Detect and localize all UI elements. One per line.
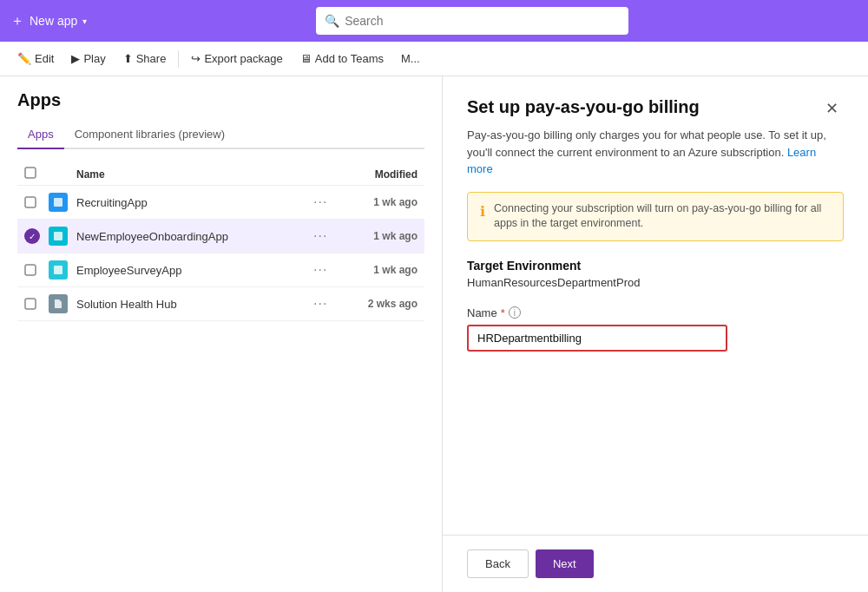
svg-rect-1 [25,197,36,207]
header-modified: Modified [348,168,418,181]
new-app-button[interactable]: ＋ New app ▾ [10,12,87,30]
row-modified-employee-survey: 1 wk ago [348,264,418,276]
row-checkbox-employee-survey[interactable] [24,264,49,276]
row-modified-solution-health: 2 wks ago [348,298,418,310]
svg-rect-6 [25,299,36,309]
new-app-label: New app [30,14,77,28]
close-button[interactable]: ✕ [820,97,844,120]
row-more-new-employee[interactable]: ··· [313,228,348,244]
row-checkbox-solution-health[interactable] [24,298,49,310]
row-modified-recruiting: 1 wk ago [348,196,418,208]
header-name: Name [76,168,313,181]
header-check [24,167,49,181]
row-name-employee-survey: EmployeeSurveyApp [76,264,313,277]
add-to-teams-button[interactable]: 🖥 Add to Teams [293,49,391,69]
row-more-employee-survey[interactable]: ··· [313,262,348,278]
target-env-value: HumanResourcesDepartmentProd [467,276,844,289]
panel-title: Set up pay-as-you-go billing [467,97,700,117]
back-button[interactable]: Back [467,549,529,578]
action-bar: ✏️ Edit ▶ Play ⬆ Share ↪ Export package … [0,42,868,76]
svg-rect-2 [54,198,62,207]
row-icon-recruiting [49,193,76,212]
svg-rect-0 [25,168,36,178]
required-indicator: * [501,306,505,319]
play-icon: ▶ [71,52,80,65]
share-icon: ⬆ [123,52,133,65]
row-modified-new-employee: 1 wk ago [348,230,418,242]
name-field-label: Name * i [467,306,844,319]
panel-footer: Back Next [443,535,868,592]
row-name-new-employee: NewEmployeeOnboardingApp [76,230,313,243]
export-button[interactable]: ↪ Export package [184,49,289,69]
right-panel: Set up pay-as-you-go billing ✕ Pay-as-yo… [443,76,868,592]
more-button[interactable]: M... [394,49,427,69]
panel-header: Set up pay-as-you-go billing ✕ [467,97,844,120]
next-button[interactable]: Next [536,549,594,578]
chevron-down-icon: ▾ [82,16,87,26]
tab-apps[interactable]: Apps [17,121,64,149]
table-row[interactable]: EmployeeSurveyApp ··· 1 wk ago [17,253,424,287]
target-environment-section: Target Environment HumanResourcesDepartm… [467,259,844,289]
main-content: Apps Apps Component libraries (preview) … [0,76,868,592]
search-bar: 🔍 [316,7,628,35]
share-button[interactable]: ⬆ Share [116,49,174,69]
svg-rect-3 [54,232,62,240]
edit-icon: ✏️ [17,52,31,65]
search-icon: 🔍 [325,14,339,28]
plus-icon: ＋ [10,12,24,30]
info-icon[interactable]: i [509,306,521,319]
row-icon-new-employee [49,227,76,246]
export-icon: ↪ [191,52,201,65]
apps-table: Name Modified RecruitingApp ··· 1 wk ago [17,163,424,321]
panel-description: Pay-as-you-go billing only charges you f… [467,127,844,178]
target-env-label: Target Environment [467,259,844,273]
separator [178,50,179,68]
top-bar: ＋ New app ▾ 🔍 [0,0,868,42]
row-more-solution-health[interactable]: ··· [313,296,348,312]
row-checkbox-new-employee[interactable]: ✓ [24,228,49,244]
check-circle: ✓ [24,228,40,244]
name-section: Name * i [467,306,844,352]
checkbox-icon [24,167,36,179]
table-header: Name Modified [17,163,424,186]
row-name-solution-health: Solution Health Hub [76,298,313,311]
tabs: Apps Component libraries (preview) [17,121,424,149]
play-button[interactable]: ▶ Play [64,49,112,69]
page-title: Apps [17,90,424,110]
row-name-recruiting: RecruitingApp [76,196,313,209]
search-input[interactable] [345,14,620,28]
row-icon-employee-survey [49,260,76,280]
warning-text: Connecting your subscription will turn o… [494,201,831,232]
row-icon-solution-health [49,294,76,313]
tab-component-libraries[interactable]: Component libraries (preview) [64,121,235,149]
table-row[interactable]: RecruitingApp ··· 1 wk ago [17,186,424,220]
warning-icon: ℹ [480,202,485,221]
svg-rect-4 [25,265,36,275]
teams-icon: 🖥 [300,52,312,65]
warning-box: ℹ Connecting your subscription will turn… [467,192,844,241]
svg-rect-5 [54,266,62,274]
table-row[interactable]: ✓ NewEmployeeOnboardingApp ··· 1 wk ago [17,220,424,253]
row-more-recruiting[interactable]: ··· [313,194,348,210]
row-checkbox-recruiting[interactable] [24,196,49,208]
name-input[interactable] [467,325,727,352]
edit-button[interactable]: ✏️ Edit [10,49,61,69]
table-row[interactable]: Solution Health Hub ··· 2 wks ago [17,287,424,321]
left-panel: Apps Apps Component libraries (preview) … [0,76,443,592]
